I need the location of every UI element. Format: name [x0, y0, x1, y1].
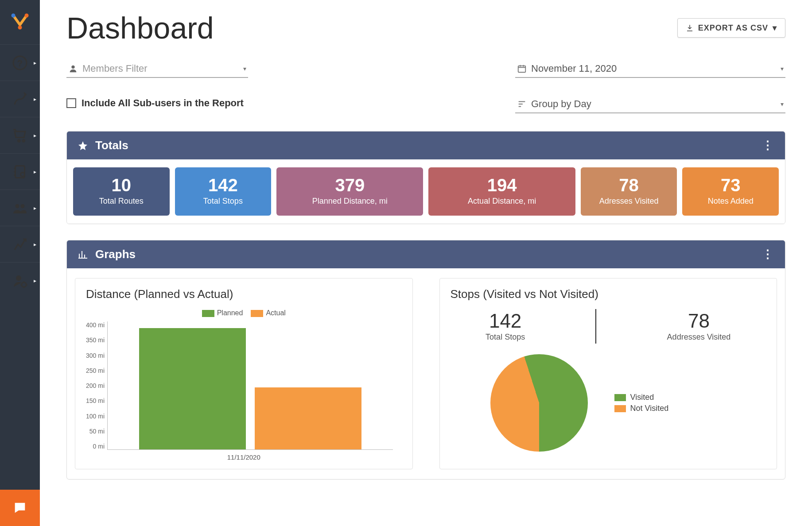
graphs-header: Graphs ⋮ — [67, 240, 785, 268]
members-filter[interactable]: Members Filter ▾ — [66, 60, 248, 78]
pie-chart — [490, 354, 588, 452]
addresses-visited-label: Addresses Visited — [667, 333, 731, 342]
card-total-stops: 142Total Stops — [175, 167, 272, 216]
y-tick: 400 mi — [86, 321, 105, 329]
person-icon — [68, 64, 78, 73]
card-label: Adresses Visited — [599, 197, 659, 206]
export-label: EXPORT AS CSV — [698, 23, 768, 33]
swatch-not-visited — [614, 405, 626, 412]
nav-addresses[interactable]: ▸ — [0, 153, 40, 190]
card-value: 142 — [208, 176, 238, 194]
nav-help[interactable]: ? ▸ — [0, 44, 40, 81]
include-subusers-checkbox[interactable]: Include All Sub-users in the Report — [66, 97, 248, 109]
swatch-visited — [614, 394, 626, 401]
stops-chart-title: Stops (Visited vs Not Visited) — [451, 287, 766, 301]
main-content: Dashboard EXPORT AS CSV ▾ Members Filter… — [40, 0, 812, 526]
cart-icon — [12, 128, 28, 143]
card-label: Total Stops — [203, 197, 243, 206]
totals-header: Totals ⋮ — [67, 132, 785, 159]
y-axis: 400 mi 350 mi 300 mi 250 mi 200 mi 150 m… — [86, 321, 107, 450]
svg-point-7 — [16, 204, 19, 208]
card-value: 194 — [487, 176, 517, 194]
chevron-right-icon: ▸ — [34, 241, 36, 248]
distance-legend: Planned Actual — [86, 309, 402, 317]
y-tick: 0 mi — [93, 443, 105, 450]
chat-button[interactable] — [0, 490, 40, 526]
card-label: Actual Distance, mi — [468, 197, 536, 206]
caret-down-icon: ▾ — [773, 23, 777, 33]
svg-rect-12 — [518, 66, 526, 73]
chat-icon — [12, 500, 27, 515]
more-icon[interactable]: ⋮ — [762, 139, 774, 152]
analytics-icon — [12, 236, 28, 252]
card-actual-distance: 194Actual Distance, mi — [428, 167, 575, 216]
bar-actual — [255, 387, 361, 449]
swatch-planned — [202, 310, 214, 317]
more-icon[interactable]: ⋮ — [762, 248, 774, 261]
card-value: 379 — [335, 176, 365, 194]
card-planned-distance: 379Planned Distance, mi — [276, 167, 423, 216]
filters-row: Members Filter ▾ Include All Sub-users i… — [66, 60, 785, 113]
routes-icon — [12, 91, 28, 107]
y-tick: 50 mi — [89, 428, 105, 435]
card-value: 78 — [619, 176, 639, 194]
bar-plot — [107, 321, 392, 450]
svg-point-11 — [71, 66, 74, 69]
calendar-icon — [517, 64, 527, 73]
chart-icon — [78, 249, 88, 260]
totals-panel: Totals ⋮ 10Total Routes 142Total Stops 3… — [66, 131, 785, 224]
chevron-right-icon: ▸ — [34, 60, 36, 66]
card-label: Planned Distance, mi — [312, 197, 388, 206]
nav-analytics[interactable]: ▸ — [0, 226, 40, 262]
bar-planned — [139, 328, 246, 449]
distance-chart: Distance (Planned vs Actual) Planned Act… — [75, 278, 413, 469]
nav-account[interactable]: ▸ — [0, 262, 40, 298]
address-book-icon — [12, 164, 28, 180]
card-total-routes: 10Total Routes — [73, 167, 170, 216]
svg-point-10 — [22, 282, 27, 287]
card-value: 73 — [721, 176, 741, 194]
user-settings-icon — [12, 273, 28, 289]
svg-point-8 — [21, 204, 25, 208]
date-value: November 11, 2020 — [531, 63, 781, 74]
card-addresses-visited: 78Adresses Visited — [581, 167, 677, 216]
card-notes-added: 73Notes Added — [682, 167, 779, 216]
group-by-value: Group by Day — [531, 98, 781, 110]
caret-down-icon: ▾ — [781, 101, 784, 108]
svg-point-6 — [21, 172, 25, 176]
routing-logo-icon — [9, 12, 31, 33]
distance-chart-title: Distance (Planned vs Actual) — [86, 287, 402, 301]
card-label: Total Routes — [99, 197, 144, 206]
swatch-actual — [251, 310, 263, 317]
y-tick: 200 mi — [86, 382, 105, 389]
legend-planned-label: Planned — [217, 309, 243, 317]
legend-actual-label: Actual — [266, 309, 285, 317]
team-icon — [12, 200, 28, 216]
chevron-right-icon: ▸ — [34, 205, 36, 211]
help-icon: ? — [12, 55, 28, 71]
y-tick: 100 mi — [86, 413, 105, 420]
chevron-right-icon: ▸ — [34, 132, 36, 139]
svg-point-1 — [25, 14, 29, 18]
total-stops-label: Total Stops — [486, 333, 525, 342]
date-filter[interactable]: November 11, 2020 ▾ — [515, 60, 785, 78]
pie-legend: Visited Not Visited — [614, 391, 669, 415]
y-tick: 150 mi — [86, 397, 105, 404]
chevron-right-icon: ▸ — [34, 96, 36, 102]
nav-orders[interactable]: ▸ — [0, 117, 40, 153]
svg-point-2 — [18, 26, 22, 30]
sidebar: ? ▸ ▸ ▸ ▸ ▸ ▸ ▸ — [0, 0, 40, 526]
group-by-filter[interactable]: Group by Day ▾ — [515, 96, 785, 113]
nav-routes[interactable]: ▸ — [0, 81, 40, 117]
page-title: Dashboard — [66, 11, 214, 45]
stops-chart: Stops (Visited vs Not Visited) 142 Total… — [439, 278, 777, 469]
graphs-header-label: Graphs — [95, 248, 136, 261]
export-csv-button[interactable]: EXPORT AS CSV ▾ — [677, 18, 785, 38]
caret-down-icon: ▾ — [781, 65, 784, 72]
nav-team[interactable]: ▸ — [0, 190, 40, 226]
divider — [595, 309, 596, 344]
caret-down-icon: ▾ — [243, 65, 246, 72]
legend-not-visited-label: Not Visited — [630, 404, 669, 413]
x-axis-label: 11/11/2020 — [86, 453, 402, 461]
totals-header-label: Totals — [95, 139, 128, 152]
